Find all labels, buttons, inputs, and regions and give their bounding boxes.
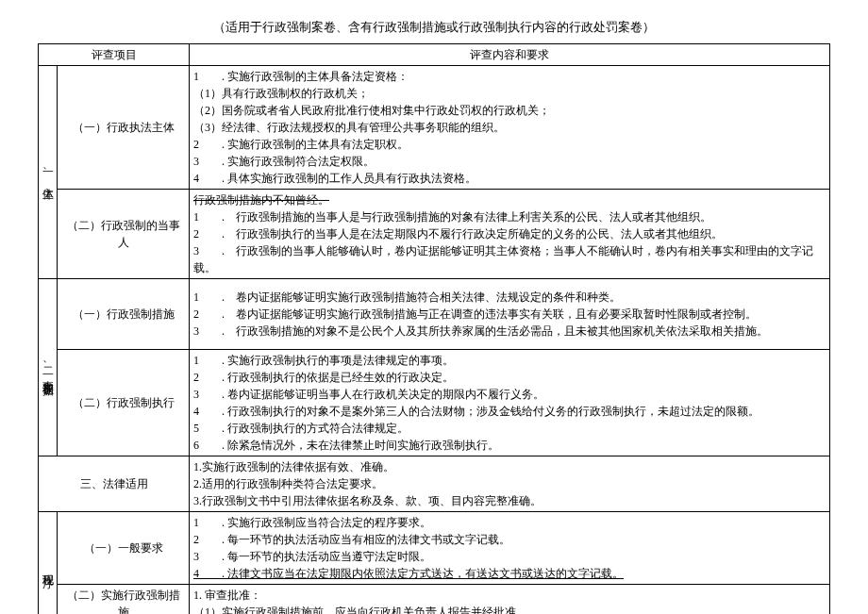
document-subtitle: （适用于行政强制案卷、含有行政强制措施或行政强制执行内容的行政处罚案卷） (38, 19, 830, 36)
section2-row1-content: 1 . 卷内证据能够证明实施行政强制措施符合相关法律、法规设定的条件和种类。 2… (190, 279, 830, 350)
header-col2: 评查内容和要求 (190, 44, 830, 66)
section4-row2-content: 1. 审查批准： （1）实施行政强制措施前，应当向行政机关负责人报告并经批准。 (190, 585, 830, 615)
section1-row2-label: （二）行政强制的当事人 (58, 190, 190, 279)
section1-row1-label: （一）行政执法主体 (58, 66, 190, 190)
section4-row2-label: （二）实施行政强制措施 (58, 585, 190, 615)
section2-row2-label: （二）行政强制执行 (58, 350, 190, 456)
section4-row1-content: 1 . 实施行政强制应当符合法定的程序要求。 2 . 每一环节的执法活动应当有相… (190, 512, 830, 585)
section4-label: 现程序 (39, 512, 58, 615)
evaluation-table: 评查项目 评查内容和要求 一、主体 （一）行政执法主体 1 . 实施行政强制的主… (38, 43, 830, 614)
section3-content: 1.实施行政强制的法律依据有效、准确。 2.适用的行政强制种类符合法定要求。 3… (190, 456, 830, 512)
section2-row2-content: 1 . 实施行政强制执行的事项是法律规定的事项。 2 . 行政强制执行的依据是已… (190, 350, 830, 456)
section3-label: 三、法律适用 (39, 456, 190, 512)
section1-label: 一、主体 (39, 66, 58, 279)
section1-row1-content: 1 . 实施行政强制的主体具备法定资格： （1）具有行政强制权的行政机关； （2… (190, 66, 830, 190)
header-col1: 评查项目 (39, 44, 190, 66)
section2-row1-label: （一）行政强制措施 (58, 279, 190, 350)
section2-label: 二、事实和证据 (39, 279, 58, 456)
section4-row1-label: （一）一般要求 (58, 512, 190, 585)
header-row: 评查项目 评查内容和要求 (39, 44, 830, 66)
section1-row2-content: 行政强制措施内不知曾经。 1 . 行政强制措施的当事人是与行政强制措施的对象有法… (190, 190, 830, 279)
